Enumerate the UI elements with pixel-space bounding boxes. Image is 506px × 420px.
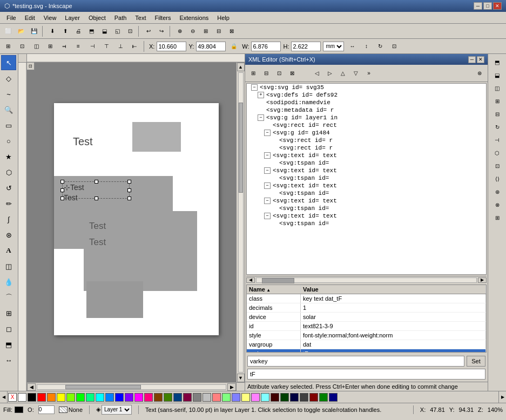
tool-zoom[interactable]: 🔍: [1, 102, 16, 117]
menu-item-view[interactable]: View: [39, 13, 61, 22]
tree-item-0[interactable]: −<svg:svg id= svg35: [247, 84, 486, 91]
color-swatch-6[interactable]: [76, 393, 85, 402]
tool-paint-bucket[interactable]: ⬒: [1, 337, 16, 352]
tree-expander-4[interactable]: −: [258, 114, 264, 121]
new-button[interactable]: ⬜: [2, 25, 14, 37]
color-swatch-29[interactable]: [300, 393, 308, 402]
unit-select[interactable]: mmpxptincm: [323, 42, 344, 51]
rp-grid[interactable]: ⊞: [491, 212, 503, 223]
tb-btn12[interactable]: ⊖: [187, 25, 199, 37]
xml-more[interactable]: »: [363, 67, 375, 79]
xml-search[interactable]: ⊛: [474, 67, 485, 79]
xml-scroll-thumb[interactable]: [262, 278, 294, 283]
xml-move-up[interactable]: △: [337, 67, 349, 79]
xml-indent[interactable]: ▷: [324, 67, 336, 79]
palette-scroll-right[interactable]: ▶: [498, 391, 506, 403]
rp-align[interactable]: ⊣: [491, 134, 503, 146]
tree-item-12[interactable]: <svg:tspan id=: [247, 174, 486, 182]
import-button[interactable]: ⬇: [46, 25, 58, 37]
tree-item-4[interactable]: −<svg:g id= layer1 in: [247, 114, 486, 121]
close-button[interactable]: ✕: [493, 2, 502, 10]
scroll-right-btn[interactable]: ▶: [227, 383, 236, 391]
xml-unindent[interactable]: ◁: [311, 67, 323, 79]
color-swatch-16[interactable]: [173, 393, 182, 402]
tool-spiral[interactable]: ↺: [1, 180, 16, 195]
tree-expander-15[interactable]: −: [264, 198, 271, 204]
xml-tree-scrollbar[interactable]: ◀ ▶: [246, 276, 487, 283]
rp-fill[interactable]: ⬒: [491, 56, 503, 68]
scroll-down-btn[interactable]: ▼: [237, 374, 245, 382]
menu-item-help[interactable]: Help: [213, 13, 234, 22]
tb-btn9[interactable]: ↩: [143, 25, 154, 37]
scrollbar-h-track[interactable]: [37, 384, 226, 390]
layer-select[interactable]: Layer 1: [102, 405, 132, 415]
export-button[interactable]: ⬆: [59, 25, 71, 37]
tb-btn10[interactable]: ↪: [156, 25, 167, 37]
tool-bezier[interactable]: ∫: [1, 212, 16, 227]
palette-scroll-left[interactable]: ◀: [0, 391, 8, 403]
transform-btn1[interactable]: ↔: [346, 40, 358, 52]
color-swatch-26[interactable]: [271, 393, 279, 402]
tree-item-13[interactable]: −<svg:text id= text: [247, 182, 486, 189]
tree-item-1[interactable]: +<svg:defs id= defs92: [247, 91, 486, 99]
color-swatch-9[interactable]: [105, 393, 114, 402]
xml-new-text[interactable]: ⊟: [260, 67, 272, 79]
color-swatch-25[interactable]: [261, 393, 269, 402]
tool-measure[interactable]: ↔: [1, 353, 16, 368]
rp-spray-tool[interactable]: ⊗: [491, 199, 503, 211]
tool-tweak[interactable]: ~: [1, 86, 16, 101]
scrollbar-v-thumb[interactable]: [239, 103, 243, 192]
tool-pencil[interactable]: ✏: [1, 196, 16, 211]
x-input[interactable]: [157, 42, 186, 51]
tree-item-15[interactable]: −<svg:text id= text: [247, 197, 486, 205]
color-swatch-28[interactable]: [290, 393, 299, 402]
color-swatch-1[interactable]: [28, 393, 36, 402]
color-swatch-0[interactable]: [18, 393, 26, 402]
tree-item-18[interactable]: <svg:tspan id=: [247, 220, 486, 227]
tb-btn13[interactable]: ⊞: [200, 25, 212, 37]
opacity-input[interactable]: [38, 405, 55, 414]
color-swatch-8[interactable]: [96, 393, 104, 402]
align-top[interactable]: ⊤: [100, 40, 112, 52]
xml-delete[interactable]: ⊠: [286, 67, 298, 79]
scroll-up-btn[interactable]: ▲: [237, 63, 245, 71]
menu-item-path[interactable]: Path: [110, 13, 131, 22]
tree-expander-0[interactable]: −: [251, 84, 258, 91]
color-swatch-27[interactable]: [280, 393, 289, 402]
tree-item-8[interactable]: <svg:rect id= r: [247, 144, 486, 152]
tool-spray[interactable]: ⊞: [1, 306, 16, 321]
maximize-button[interactable]: □: [483, 2, 492, 10]
color-swatch-30[interactable]: [309, 393, 318, 402]
rp-filter[interactable]: ⊛: [491, 186, 503, 198]
color-swatch-22[interactable]: [232, 393, 240, 402]
tree-expander-11[interactable]: −: [264, 167, 271, 174]
tb-btn15[interactable]: ⊠: [226, 25, 238, 37]
color-swatch-24[interactable]: [251, 393, 260, 402]
xml-value-input[interactable]: [247, 369, 485, 380]
tb-btn11[interactable]: ⊕: [174, 25, 186, 37]
fill-swatch[interactable]: [15, 407, 23, 413]
menu-item-edit[interactable]: Edit: [21, 13, 39, 22]
color-swatch-20[interactable]: [212, 393, 221, 402]
save-button[interactable]: 💾: [28, 25, 40, 37]
attr-row-3[interactable]: idtext821-3-9: [247, 322, 486, 331]
color-swatch-31[interactable]: [319, 393, 328, 402]
tree-item-16[interactable]: <svg:tspan id=: [247, 205, 486, 212]
align-right[interactable]: ⊣: [86, 40, 98, 52]
tree-expander-1[interactable]: +: [258, 92, 264, 98]
rp-patterns[interactable]: ⊞: [491, 95, 503, 107]
xml-scroll-left[interactable]: ◀: [246, 277, 255, 283]
menu-item-text[interactable]: Text: [131, 13, 150, 22]
tb-btn5[interactable]: ⬒: [85, 25, 97, 37]
attr-value-header[interactable]: Value: [301, 285, 486, 294]
tool-gradient[interactable]: ◫: [1, 259, 16, 274]
tree-item-3[interactable]: <svg:metadata id= r: [247, 106, 486, 114]
color-swatch-4[interactable]: [57, 393, 65, 402]
stroke-swatch[interactable]: [59, 407, 68, 413]
color-swatch-18[interactable]: [193, 393, 201, 402]
tree-item-5[interactable]: <svg:rect id= rect: [247, 121, 486, 129]
transform-btn2[interactable]: ↕: [360, 40, 372, 52]
tool-star[interactable]: ★: [1, 149, 16, 164]
tree-item-7[interactable]: <svg:rect id= r: [247, 137, 486, 144]
xml-new-element[interactable]: ⊞: [247, 67, 259, 79]
